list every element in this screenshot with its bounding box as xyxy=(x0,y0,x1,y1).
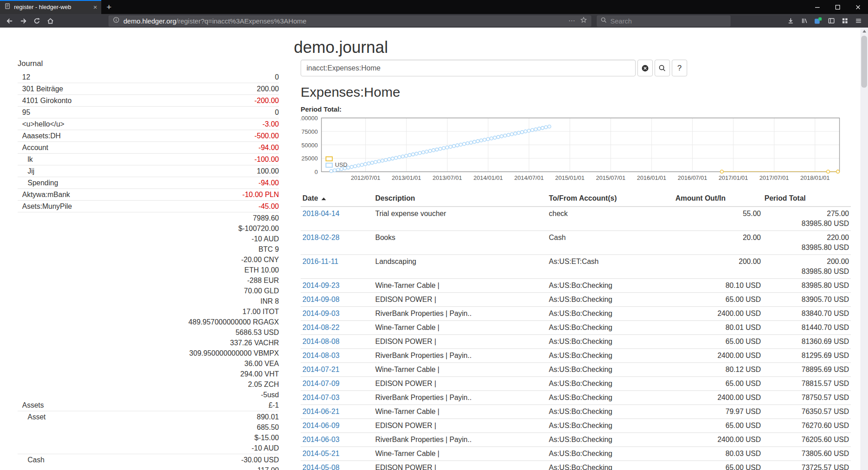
window-close-button[interactable] xyxy=(848,0,868,14)
register-date-link[interactable]: 2014-09-08 xyxy=(302,296,340,303)
register-period-total: 81440.70 USD xyxy=(763,321,851,335)
apps-grid-icon[interactable] xyxy=(838,15,852,27)
register-date-link[interactable]: 2014-05-21 xyxy=(302,450,340,457)
register-date-cell: 2014-06-09 xyxy=(301,419,373,433)
register-account: As:US:Bo:Checking xyxy=(547,363,674,377)
register-date-link[interactable]: 2014-09-03 xyxy=(302,310,340,317)
library-icon[interactable] xyxy=(797,15,811,27)
scrollbar[interactable] xyxy=(860,28,868,470)
register-row: 2018-04-14Trial expense vouchercheck55.0… xyxy=(301,207,851,231)
register-amount: 200.00 xyxy=(674,255,763,279)
balance-amount: 7989.60 xyxy=(189,213,279,223)
register-date-link[interactable]: 2014-06-03 xyxy=(302,436,340,443)
scrollbar-thumb[interactable] xyxy=(861,36,867,88)
window-minimize-button[interactable] xyxy=(807,0,827,14)
account-link[interactable]: <u>hello</u> xyxy=(18,119,64,129)
bookmark-star-icon[interactable] xyxy=(580,16,587,25)
sidebar-account-row: Asets:MunyPile-45.00 xyxy=(18,201,279,212)
tab-close-icon[interactable]: × xyxy=(93,4,97,10)
register-amount: 65.00 USD xyxy=(674,419,763,433)
register-description: Books xyxy=(373,231,547,255)
account-link[interactable]: Assets xyxy=(18,400,44,410)
register-row: 2014-05-08EDISON POWER |As:US:Bo:Checkin… xyxy=(301,461,851,470)
toolbar-buttons xyxy=(784,15,865,27)
register-description: RiverBank Properties | Payin.. xyxy=(373,433,547,447)
balance-amount: 294.00 VHT xyxy=(189,369,279,379)
page-actions-icon[interactable]: ⋯ xyxy=(568,17,576,25)
account-link[interactable]: 4101 Girokonto xyxy=(18,95,71,106)
query-input[interactable] xyxy=(301,60,636,76)
downloads-icon[interactable] xyxy=(784,15,797,27)
account-link[interactable]: Jij xyxy=(18,166,34,176)
register-period-total: 76270.60 USD xyxy=(763,419,851,433)
back-button[interactable] xyxy=(3,15,16,27)
reload-button[interactable] xyxy=(30,15,43,27)
register-description: Wine-Tarner Cable | xyxy=(373,405,547,419)
account-link[interactable]: lk xyxy=(18,154,33,164)
browser-search-bar[interactable] xyxy=(597,15,731,27)
register-date-cell: 2018-02-28 xyxy=(301,231,373,255)
register-row: 2014-08-22Wine-Tarner Cable |As:US:Bo:Ch… xyxy=(301,321,851,335)
main-content: demo.journal ? Expenses:Home Period Tota… xyxy=(301,28,851,470)
register-period-total: 220.0083985.80 USD xyxy=(763,231,851,255)
register-date-link[interactable]: 2014-09-23 xyxy=(302,282,340,289)
sidebar-journal-link[interactable]: Journal xyxy=(18,58,279,69)
register-date-link[interactable]: 2016-11-11 xyxy=(302,258,338,265)
register-date-link[interactable]: 2014-07-03 xyxy=(302,394,340,401)
site-info-icon[interactable] xyxy=(113,16,120,25)
forward-button[interactable] xyxy=(16,15,30,27)
scrollbar-up-arrow[interactable] xyxy=(860,28,868,35)
menu-icon[interactable] xyxy=(852,15,865,27)
balance-amount: 36.00 VEA xyxy=(189,358,279,369)
account-link[interactable]: Aaasets:DH xyxy=(18,131,61,141)
home-button[interactable] xyxy=(43,15,57,27)
account-link[interactable]: Aktywa:mBank xyxy=(18,189,70,200)
register-date-link[interactable]: 2014-07-09 xyxy=(302,380,340,387)
register-row: 2014-06-03RiverBank Properties | Payin..… xyxy=(301,433,851,447)
sidebars-icon[interactable] xyxy=(825,15,838,27)
sidebar: Journal 120301 Beiträge200.004101 Giroko… xyxy=(18,58,279,470)
sidebar-account-row: Aaasets:DH-500.00 xyxy=(18,130,279,142)
new-tab-button[interactable]: + xyxy=(101,0,117,14)
help-button[interactable]: ? xyxy=(672,60,687,76)
account-balance: -500.00 xyxy=(255,131,279,141)
register-date-cell: 2014-05-08 xyxy=(301,461,373,470)
search-button[interactable] xyxy=(655,60,670,76)
svg-text:2017/01/01: 2017/01/01 xyxy=(718,174,748,181)
account-balance: 0 xyxy=(275,107,279,118)
account-link[interactable]: Asset xyxy=(18,412,46,422)
register-date-link[interactable]: 2018-02-28 xyxy=(302,234,340,241)
navigation-toolbar: demo.hledger.org/register?q=inacct%3AExp… xyxy=(0,14,868,28)
account-link[interactable]: 301 Beiträge xyxy=(18,84,63,94)
window-maximize-button[interactable] xyxy=(827,0,848,14)
register-date-link[interactable]: 2014-08-08 xyxy=(302,338,340,345)
clear-query-button[interactable] xyxy=(637,60,653,76)
register-date-link[interactable]: 2014-06-09 xyxy=(302,422,340,429)
register-date-link[interactable]: 2014-08-03 xyxy=(302,352,340,359)
register-account: As:US:Bo:Checking xyxy=(547,419,674,433)
account-link[interactable]: Asets:MunyPile xyxy=(18,201,72,212)
register-account: As:US:Bo:Checking xyxy=(547,349,674,363)
column-header-date[interactable]: Date xyxy=(301,191,373,207)
sidebar-account-row: lk-100.00 xyxy=(18,154,279,165)
account-link[interactable]: Cash xyxy=(18,455,44,465)
svg-text:50000: 50000 xyxy=(302,142,318,149)
account-link[interactable]: Spending xyxy=(18,178,58,188)
browser-search-input[interactable] xyxy=(610,17,714,25)
account-link[interactable]: 12 xyxy=(18,72,30,82)
register-date-link[interactable]: 2014-05-08 xyxy=(302,464,340,470)
register-date-link[interactable]: 2014-07-21 xyxy=(302,366,340,373)
svg-text:2015/07/01: 2015/07/01 xyxy=(596,174,625,181)
account-link[interactable]: Account xyxy=(18,142,48,153)
register-row: 2018-02-28BooksCash20.00220.0083985.80 U… xyxy=(301,231,851,255)
magnifier-icon xyxy=(658,64,666,72)
register-account: check xyxy=(547,207,674,231)
register-date-link[interactable]: 2014-06-21 xyxy=(302,408,340,415)
register-date-link[interactable]: 2014-08-22 xyxy=(302,324,340,331)
register-date-link[interactable]: 2018-04-14 xyxy=(302,210,340,217)
balance-amount: 489.957000000000 RGAGX xyxy=(189,317,279,327)
extension-icon[interactable] xyxy=(811,15,825,27)
browser-tab[interactable]: register - hledger-web × xyxy=(0,0,101,14)
account-link[interactable]: 95 xyxy=(18,107,30,118)
address-bar[interactable]: demo.hledger.org/register?q=inacct%3AExp… xyxy=(108,15,591,27)
